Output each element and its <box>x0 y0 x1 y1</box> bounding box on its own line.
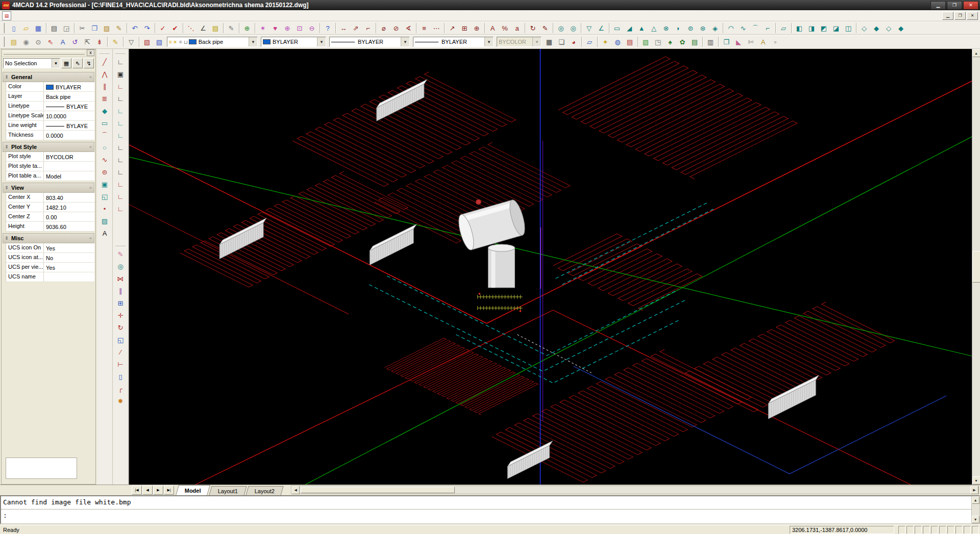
drawing-area[interactable] <box>129 49 972 485</box>
linear-dimension-button[interactable]: ↔ <box>337 22 350 34</box>
zoom-previous-button[interactable]: ⊖ <box>306 22 318 34</box>
prop-linetype[interactable]: Linetype BYLAYE <box>6 101 94 111</box>
extend-tool[interactable]: ⊢ <box>114 358 127 370</box>
edit-vertices-button[interactable]: ⋱ <box>185 22 197 34</box>
prev-tab-button[interactable]: ◀ <box>142 486 153 495</box>
color-combo-dropdown[interactable]: ▼ <box>317 37 326 46</box>
toolbar-grip[interactable] <box>115 246 126 246</box>
prop-thickness[interactable]: Thickness 0.0000 <box>6 131 94 140</box>
scroll-up-button[interactable]: ▲ <box>972 49 980 57</box>
last-tab-button[interactable]: ▶| <box>164 486 174 495</box>
section-header-plot-style[interactable]: ⇕ Plot Style « <box>3 142 94 152</box>
ortho-toggle[interactable] <box>915 526 922 534</box>
command-prompt[interactable]: : <box>1 510 979 522</box>
duct-fitting-button-4[interactable]: ◪ <box>830 22 842 34</box>
toggle-pickadd-button[interactable]: ↯ <box>84 58 94 68</box>
duct-arc-button[interactable]: ⌒ <box>749 22 762 34</box>
command-window[interactable]: Cannot find image file white.bmp : ▲ ▼ <box>0 495 980 524</box>
doc-close-button[interactable]: ✕ <box>967 12 978 20</box>
new-file-button[interactable]: ▯ <box>8 22 20 34</box>
prop-ucs-icon-origin[interactable]: UCS icon at... No <box>6 253 94 263</box>
render-button[interactable]: ✦ <box>599 36 611 48</box>
prop-plot-style[interactable]: Plot style BYCOLOR <box>6 152 94 162</box>
fan-scroll-button[interactable]: ◠ <box>725 22 737 34</box>
open-file-button[interactable]: ▱ <box>20 22 32 34</box>
offset-tool[interactable]: ∥ <box>114 285 127 297</box>
menu-draw[interactable] <box>79 15 87 17</box>
cut-button[interactable]: ✂ <box>76 22 88 34</box>
palette-grip[interactable] <box>4 51 85 55</box>
arc-tool[interactable]: ⌒ <box>99 129 111 141</box>
color-combo[interactable]: BYLAYER ▼ <box>261 37 326 47</box>
layer-update-button[interactable]: ▧ <box>153 36 165 48</box>
make-block-tool[interactable]: ◱ <box>99 190 111 202</box>
toolbar-grip[interactable] <box>4 23 6 33</box>
duct-fitting-button-1[interactable]: ◧ <box>793 22 805 34</box>
erase-tool[interactable]: ✎ <box>114 248 127 260</box>
diamond-fitting-button-4[interactable]: ◆ <box>895 22 907 34</box>
edit-text-button[interactable]: A <box>757 36 769 48</box>
layer-combo[interactable]: ¤ ☀ ✳ ⊔ Back pipe ▼ <box>167 37 258 47</box>
fillet-tool[interactable]: ╭ <box>114 383 127 395</box>
quick-leader-button[interactable]: ↗ <box>446 22 458 34</box>
cone-fill-button[interactable]: ▲ <box>635 22 648 34</box>
copy-object-tool[interactable]: ◎ <box>114 260 127 272</box>
trim-tool[interactable]: ∕ <box>114 346 127 358</box>
prop-center-y[interactable]: Center Y 1482.10 <box>6 202 94 212</box>
image-frame-button[interactable]: ◳ <box>652 36 664 48</box>
section-header-view[interactable]: ⇕ View « <box>3 183 94 193</box>
section-header-general[interactable]: ⇕ General « <box>3 72 94 82</box>
line-tool[interactable]: ╱ <box>99 56 111 68</box>
text-style-button[interactable]: A <box>57 36 69 48</box>
quick-select-button[interactable]: ▦ <box>61 58 71 68</box>
layer-previous-button[interactable]: ↺ <box>69 36 81 48</box>
redo-button[interactable]: ↷ <box>141 22 153 34</box>
prop-ucs-name[interactable]: UCS name <box>6 272 94 282</box>
pipe-section-button-1[interactable]: ◎ <box>555 22 567 34</box>
command-scrollbar[interactable]: ▲ ▼ <box>971 496 979 523</box>
tab-model[interactable]: Model <box>176 485 210 495</box>
linetype-combo-dropdown[interactable]: ▼ <box>401 37 409 46</box>
doc-restore-button[interactable]: ❐ <box>954 12 966 20</box>
layer-states-button[interactable]: ⇟ <box>93 36 106 48</box>
object-ucs-tool[interactable]: ∟ <box>114 105 127 117</box>
prop-plot-style-table[interactable]: Plot style ta... <box>6 162 94 171</box>
origin-ucs-tool[interactable]: ∟ <box>114 141 127 154</box>
center-mark-button[interactable]: ⊕ <box>471 22 483 34</box>
print-preview-button[interactable]: ◲ <box>60 22 72 34</box>
undo-button[interactable]: ↶ <box>129 22 141 34</box>
command-scroll-down-button[interactable]: ▼ <box>972 516 979 523</box>
ucs-previous-tool[interactable]: ∟ <box>114 80 127 92</box>
prop-color[interactable]: Color BYLAYER <box>6 82 94 92</box>
section-header-misc[interactable]: ⇕ Misc « <box>3 233 94 243</box>
spline-tool[interactable]: ∿ <box>99 154 111 166</box>
menu-insert[interactable] <box>38 15 46 17</box>
materials-library-button[interactable]: ▤ <box>624 36 636 48</box>
zoom-window-button[interactable]: ⊡ <box>293 22 306 34</box>
world-ucs-tool[interactable]: ∟ <box>114 92 127 105</box>
doc-minimize-button[interactable]: ▁ <box>942 12 953 20</box>
insert-block-tool[interactable]: ▣ <box>99 178 111 190</box>
view-ucs-tool[interactable]: ∟ <box>114 129 127 141</box>
duct-fitting-button-2[interactable]: ◨ <box>805 22 818 34</box>
radius-dimension-button[interactable]: ⊘ <box>390 22 402 34</box>
prop-linetype-scale[interactable]: Linetype Scale 10.0000 <box>6 111 94 121</box>
break-tool[interactable]: ▯ <box>114 370 127 383</box>
duct-diamond-button[interactable]: ◈ <box>709 22 721 34</box>
scroll-right-button[interactable]: ▶ <box>970 486 978 494</box>
section-collapse-icon[interactable]: « <box>89 236 92 241</box>
selection-dropdown-arrow[interactable]: ▼ <box>52 59 60 68</box>
note-edit-button[interactable]: ✎ <box>109 36 121 48</box>
layer-isolate-button[interactable]: ⇱ <box>81 36 93 48</box>
layer-combo-dropdown[interactable]: ▼ <box>249 37 257 46</box>
menu-window[interactable] <box>103 15 111 17</box>
toolbar-grip[interactable] <box>115 54 126 54</box>
rotate-tool[interactable]: ↻ <box>114 321 127 334</box>
y-axis-rotate-ucs-tool[interactable]: ∟ <box>114 190 127 202</box>
snap-toggle[interactable] <box>898 526 905 534</box>
render-statistics-button[interactable]: ▥ <box>704 36 717 48</box>
menu-edit[interactable] <box>21 15 30 17</box>
point-tool[interactable]: • <box>99 202 111 215</box>
pump-symbol-button[interactable]: ◗ <box>672 22 684 34</box>
toolbar-grip[interactable] <box>100 54 110 54</box>
